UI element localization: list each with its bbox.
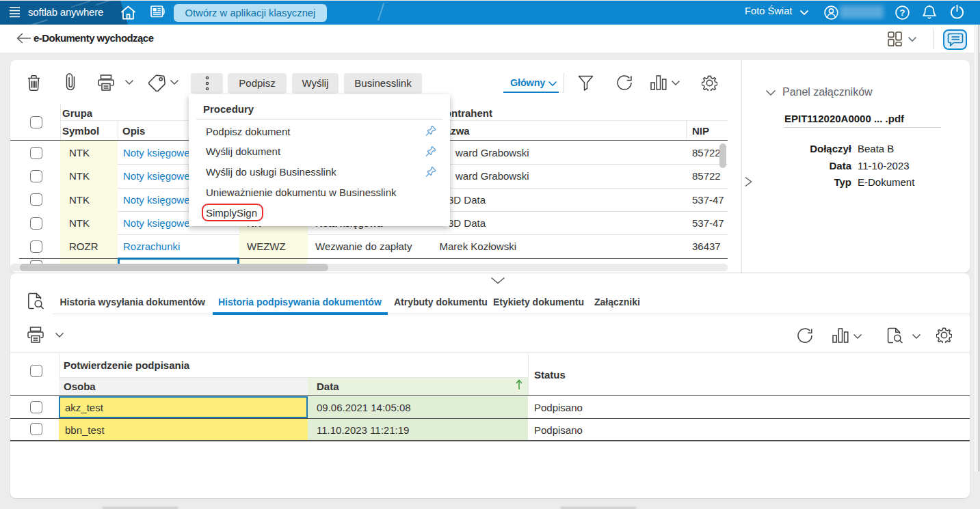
svg-text:?: ? <box>900 8 905 18</box>
